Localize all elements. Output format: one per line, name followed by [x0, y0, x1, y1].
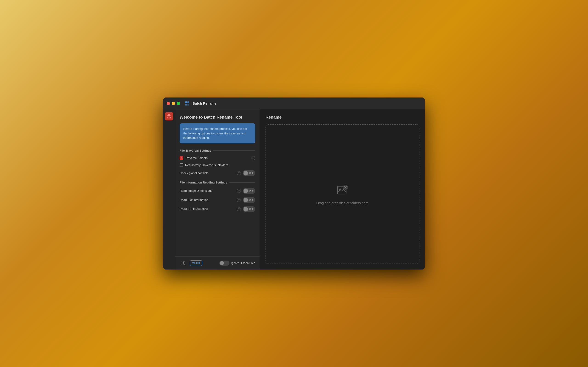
drop-icon: [336, 184, 349, 197]
titlebar: Batch Rename: [163, 98, 425, 109]
left-panel: Welcome to Batch Rename Tool Before star…: [175, 109, 260, 269]
sidebar-narrow: [163, 109, 175, 269]
info-text: Before starting the rename process, you …: [183, 127, 251, 140]
read-image-dimensions-label: Read Image Dimensions: [180, 189, 235, 192]
sidebar-icon-button[interactable]: [165, 112, 173, 120]
read-exif-label: Read Exif Information: [180, 198, 235, 202]
read-id3-toggle[interactable]: OFF: [243, 206, 255, 212]
app-title: Batch Rename: [192, 101, 216, 105]
svg-point-6: [183, 263, 184, 264]
drop-zone[interactable]: Drag and drop files or folders here: [266, 124, 419, 264]
file-info-section: File Information Reading Settings Read I…: [180, 181, 255, 212]
drop-text: Drag and drop files or folders here: [316, 201, 369, 205]
app-window: Batch Rename Welcome to Batch Rename Too…: [163, 98, 425, 269]
check-global-conflicts-label: Check global conflicts: [180, 171, 235, 175]
left-panel-content: Welcome to Batch Rename Tool Before star…: [175, 109, 260, 257]
rename-title: Rename: [266, 115, 419, 120]
read-exif-row: Read Exif Information ? OFF: [180, 197, 255, 203]
file-traversal-header: File Traversal Settings: [180, 149, 255, 152]
read-exif-toggle-text: OFF: [249, 199, 254, 201]
main-layout: Welcome to Batch Rename Tool Before star…: [163, 109, 425, 269]
traverse-folders-info-icon[interactable]: ⓘ: [251, 156, 255, 160]
ignore-hidden-files-knob: [220, 261, 224, 265]
section-divider-2: [229, 182, 255, 183]
read-image-dimensions-toggle[interactable]: OFF: [243, 188, 255, 194]
check-global-conflicts-toggle-knob: [243, 171, 248, 175]
maximize-button[interactable]: [177, 102, 180, 105]
read-image-dimensions-row: Read Image Dimensions ? OFF: [180, 188, 255, 194]
file-traversal-section: File Traversal Settings Traverse Folders…: [180, 149, 255, 176]
file-info-header: File Information Reading Settings: [180, 181, 255, 184]
ignore-hidden-files-toggle[interactable]: [219, 261, 229, 266]
app-icon: [184, 100, 190, 106]
check-global-conflicts-info-icon[interactable]: ?: [237, 171, 241, 175]
close-button[interactable]: [167, 102, 170, 105]
read-exif-knob: [243, 198, 248, 202]
read-exif-info-icon[interactable]: ?: [237, 198, 241, 202]
check-global-conflicts-toggle[interactable]: OFF: [243, 170, 255, 176]
svg-rect-1: [187, 101, 189, 103]
check-global-conflicts-toggle-text: OFF: [249, 172, 254, 174]
read-id3-label: Read ID3 Information: [180, 207, 235, 211]
read-exif-toggle[interactable]: OFF: [243, 197, 255, 203]
traverse-folders-row: Traverse Folders ⓘ: [180, 156, 255, 160]
recursive-subfolders-row: Recursively Traverse Subfolders: [180, 163, 255, 167]
svg-rect-0: [185, 101, 187, 103]
traffic-lights: [167, 102, 180, 105]
read-id3-toggle-text: OFF: [249, 208, 254, 210]
read-id3-row: Read ID3 Information ? OFF: [180, 206, 255, 212]
version-badge: v1.0.3: [190, 260, 202, 266]
traverse-folders-checkbox[interactable]: [180, 156, 183, 160]
traverse-folders-label: Traverse Folders: [185, 156, 249, 160]
read-image-dimensions-toggle-text: OFF: [249, 190, 254, 192]
settings-button[interactable]: [180, 259, 187, 267]
ignore-hidden-files-label: Ignore Hidden Files: [231, 261, 255, 265]
info-box: Before starting the rename process, you …: [180, 123, 255, 143]
recursive-subfolders-label: Recursively Traverse Subfolders: [185, 163, 255, 167]
check-global-conflicts-row: Check global conflicts ? OFF: [180, 170, 255, 176]
svg-rect-2: [185, 104, 187, 106]
svg-point-8: [339, 188, 341, 190]
read-image-dimensions-knob: [243, 189, 248, 193]
recursive-subfolders-checkbox[interactable]: [180, 163, 183, 167]
minimize-button[interactable]: [172, 102, 175, 105]
file-traversal-title: File Traversal Settings: [180, 149, 211, 152]
svg-point-5: [169, 116, 169, 117]
file-info-title: File Information Reading Settings: [180, 181, 227, 184]
svg-rect-3: [187, 104, 189, 106]
section-divider-1: [213, 150, 255, 151]
right-panel: Rename Drag and drop files or folders he…: [260, 109, 425, 269]
left-panel-footer: v1.0.3 Ignore Hidden Files: [175, 257, 260, 269]
ignore-hidden-files-row: Ignore Hidden Files: [219, 261, 255, 266]
read-id3-knob: [243, 207, 248, 211]
read-image-dimensions-info-icon[interactable]: ?: [237, 189, 241, 193]
read-id3-info-icon[interactable]: ?: [237, 207, 241, 211]
welcome-title: Welcome to Batch Rename Tool: [180, 115, 255, 120]
